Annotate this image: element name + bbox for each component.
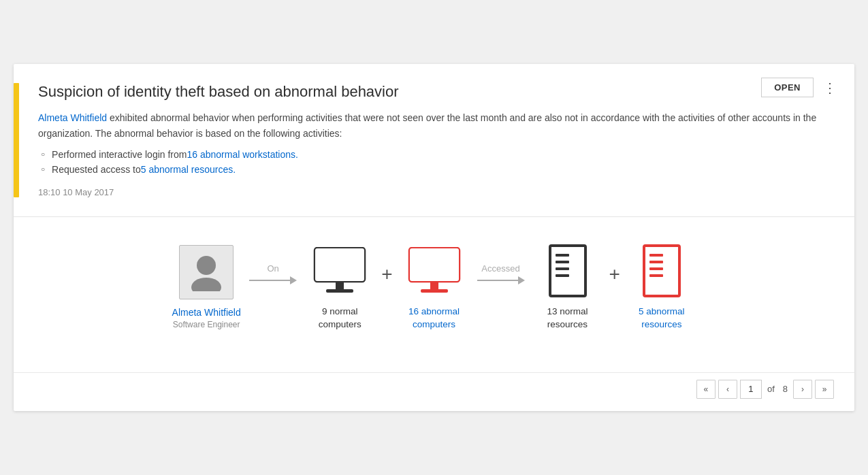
on-arrow-dash — [249, 280, 290, 281]
svg-rect-13 — [556, 267, 569, 270]
viz-normal-resources-label: 13 normal resources — [547, 306, 588, 331]
activity-item-2: Requested access to 5 abnormal resources… — [41, 164, 834, 175]
activity-2-prefix: Requested access to — [52, 164, 141, 175]
viz-normal-computers: 9 normal computers — [302, 244, 377, 331]
user-link[interactable]: Almeta Whitfield — [38, 112, 107, 123]
svg-rect-7 — [410, 248, 459, 281]
severity-bar — [14, 83, 19, 197]
svg-rect-5 — [326, 289, 353, 293]
on-arrow-line — [249, 276, 297, 284]
normal-server-icon — [546, 244, 590, 299]
svg-rect-12 — [556, 261, 569, 263]
alert-title: Suspicion of identity theft based on abn… — [38, 83, 834, 101]
user-avatar-wrap — [176, 245, 237, 299]
prev-page-button[interactable]: ‹ — [718, 380, 737, 399]
person-icon — [189, 253, 224, 291]
current-page-input[interactable]: 1 — [740, 380, 762, 399]
more-options-button[interactable]: ⋮ — [819, 78, 841, 97]
normal-resources-count: 13 normal — [547, 306, 588, 316]
svg-rect-4 — [336, 281, 344, 289]
abnormal-computers-unit: computers — [413, 319, 455, 329]
activity-1-prefix: Performed interactive login from — [52, 149, 187, 160]
abnormal-server-icon — [640, 244, 684, 299]
viz-abnormal-computers: 16 abnormal computers — [397, 244, 472, 331]
viz-normal-computers-label: 9 normal computers — [319, 306, 361, 331]
accessed-arrow-head — [518, 276, 525, 284]
open-button[interactable]: OPEN — [761, 78, 814, 97]
abnormal-workstations-link[interactable]: 16 abnormal workstations. — [187, 149, 298, 160]
on-label: On — [267, 263, 278, 274]
viz-abnormal-computers-label: 16 abnormal computers — [408, 306, 460, 331]
viz-user-name[interactable]: Almeta Whitfield — [172, 306, 241, 320]
svg-rect-3 — [315, 248, 364, 281]
first-page-button[interactable]: « — [696, 380, 716, 399]
description-text: exhibited abnormal behavior when perform… — [38, 112, 816, 138]
accessed-arrow-dash — [477, 280, 518, 281]
viz-abnormal-resources-label: 5 abnormal resources — [639, 306, 685, 331]
accessed-arrow-line — [477, 276, 525, 284]
accessed-label: Accessed — [481, 263, 519, 274]
alert-card: Suspicion of identity theft based on abn… — [14, 64, 854, 411]
svg-rect-10 — [550, 246, 585, 296]
svg-point-0 — [197, 256, 216, 275]
normal-computer-icon-wrap — [309, 244, 370, 299]
plus-sign-2: + — [609, 265, 620, 284]
abnormal-resources-count: 5 abnormal — [639, 306, 685, 316]
user-avatar — [179, 245, 234, 299]
on-arrow-head — [290, 276, 297, 284]
activity-list: Performed interactive login from 16 abno… — [38, 149, 834, 175]
svg-point-1 — [191, 278, 221, 291]
svg-rect-17 — [649, 261, 663, 263]
svg-rect-16 — [649, 254, 663, 257]
viz-user-item: Almeta Whitfield Software Engineer — [169, 245, 244, 331]
viz-section: Almeta Whitfield Software Engineer On — [14, 217, 854, 372]
svg-rect-15 — [644, 246, 679, 296]
svg-rect-8 — [430, 281, 438, 289]
alert-actions: OPEN ⋮ — [761, 78, 841, 97]
abnormal-computers-count: 16 abnormal — [408, 306, 460, 316]
alert-content: Suspicion of identity theft based on abn… — [38, 83, 834, 197]
svg-rect-18 — [649, 267, 663, 270]
accessed-arrow-wrap: Accessed — [472, 263, 530, 284]
on-arrow-wrap: On — [244, 263, 302, 284]
normal-computers-unit: computers — [319, 319, 361, 329]
next-page-button[interactable]: › — [793, 380, 812, 399]
abnormal-resources-unit: resources — [641, 319, 681, 329]
activity-item-1: Performed interactive login from 16 abno… — [41, 149, 834, 160]
alert-section: Suspicion of identity theft based on abn… — [14, 64, 854, 217]
viz-normal-resources: 13 normal resources — [530, 244, 605, 331]
viz-flow: Almeta Whitfield Software Engineer On — [41, 238, 827, 345]
abnormal-resources-link[interactable]: 5 abnormal resources. — [141, 164, 236, 175]
svg-rect-19 — [649, 274, 663, 277]
last-page-button[interactable]: » — [815, 380, 834, 399]
alert-description: Almeta Whitfield exhibited abnormal beha… — [38, 110, 834, 141]
normal-resources-unit: resources — [547, 319, 588, 329]
svg-rect-11 — [556, 254, 569, 257]
abnormal-monitor-icon — [407, 247, 462, 296]
pagination: « ‹ 1 of 8 › » — [14, 372, 854, 411]
svg-rect-14 — [556, 274, 569, 277]
normal-resource-icon-wrap — [537, 244, 598, 299]
plus-sign-1: + — [381, 265, 392, 284]
total-pages: 8 — [783, 384, 788, 394]
viz-abnormal-resources: 5 abnormal resources — [624, 244, 699, 331]
abnormal-resource-icon-wrap — [631, 244, 692, 299]
normal-monitor-icon — [312, 247, 367, 296]
normal-computers-count: 9 normal — [322, 306, 358, 316]
svg-rect-9 — [421, 289, 448, 293]
viz-user-role: Software Engineer — [173, 319, 240, 331]
of-label: of — [767, 384, 775, 394]
abnormal-computer-icon-wrap — [404, 244, 465, 299]
alert-timestamp: 18:10 10 May 2017 — [38, 187, 834, 197]
